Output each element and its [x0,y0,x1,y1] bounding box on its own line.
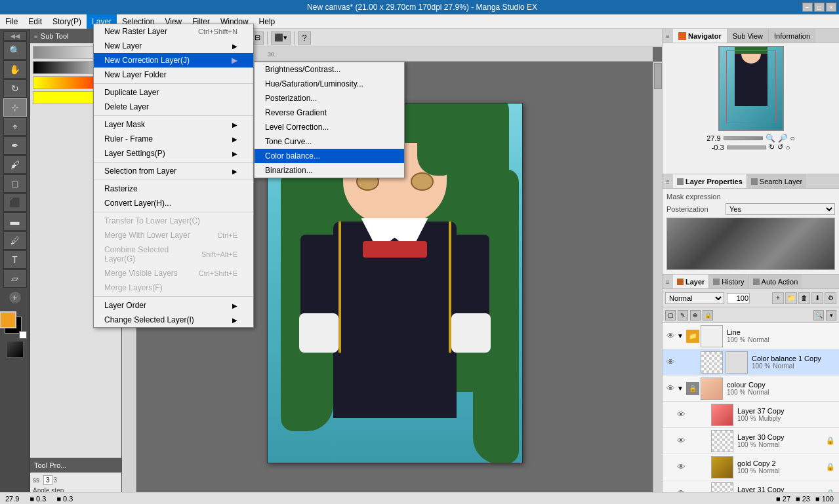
text-tool[interactable]: T [3,250,27,269]
toolbar-canvas-size[interactable]: ⬛▾ [271,31,291,45]
collapse-toolbar-button[interactable]: ◀◀ [3,31,27,41]
reset-rotate-icon[interactable]: ○ [786,144,790,151]
select-tool[interactable]: ⊹ [3,98,27,117]
tab-layer[interactable]: Layer [673,275,709,288]
layer-item-line[interactable]: 👁 ▼ 📁 Line 100 % Normal [663,323,839,349]
scrollbar-thumb-v[interactable] [654,63,662,89]
reset-zoom-icon[interactable]: ○ [790,134,795,143]
visibility-toggle-layer30[interactable]: 👁 [674,429,687,453]
layer-item-layer30[interactable]: 👁 Layer 30 Copy 100 % Normal 🔒 [663,428,839,454]
tab-search-layer[interactable]: Search Layer [747,174,806,188]
menu-layer-mask[interactable]: Layer Mask ▶ [94,117,253,132]
menu-new-correction-layer[interactable]: New Correction Layer(J) ▶ [94,53,253,68]
menu-new-layer-folder[interactable]: New Layer Folder [94,68,253,82]
rotate-cw-icon[interactable]: ↻ [769,143,775,151]
new-folder-button[interactable]: 📁 [785,292,797,304]
submenu-brightness[interactable]: Brightness/Contrast... [255,62,404,77]
shape-tool[interactable]: ▱ [3,269,27,288]
canvas-scrollbar-v[interactable] [653,62,662,504]
expand-line[interactable]: ▼ [677,332,686,339]
menu-help[interactable]: Help [254,14,281,29]
swap-colors-button[interactable] [19,331,27,339]
eyedropper-tool[interactable]: 🖊 [3,231,27,250]
tab-information[interactable]: Information [769,29,815,43]
rotate-slider[interactable] [727,145,766,149]
transparent-color[interactable] [7,341,24,358]
menu-layer-order[interactable]: Layer Order ▶ [94,298,253,313]
layer-menu-icon[interactable]: ▾ [826,310,836,320]
zoom-slider[interactable] [724,136,763,140]
tab-navigator[interactable]: Navigator [673,29,727,43]
visibility-toggle-gold[interactable]: 👁 [674,456,687,479]
posterization-select[interactable]: Yes No [726,203,835,215]
menu-edit[interactable]: Edit [23,14,47,29]
tab-auto-action[interactable]: Auto Action [749,275,802,288]
pen-tool[interactable]: ✒ [3,136,27,155]
visibility-toggle-line[interactable]: 👁 [664,324,677,348]
layer-search-icon[interactable]: 🔍 [813,310,824,320]
layer-settings-button[interactable]: ⚙ [825,292,836,304]
layer-item-colour[interactable]: 👁 ▼ 🔒 colour Copy 100 % Normal [663,376,839,402]
delete-layer-button[interactable]: 🗑 [798,292,810,304]
menu-ruler-frame[interactable]: Ruler - Frame ▶ [94,132,253,146]
menu-layer-settings[interactable]: Layer Settings(P) ▶ [94,146,253,161]
tab-subview[interactable]: Sub View [727,29,769,43]
expand-colour[interactable]: ▼ [677,385,686,392]
visibility-toggle-colour[interactable]: 👁 [664,377,677,400]
close-button[interactable]: × [826,3,836,12]
tab-layer-properties[interactable]: Layer Properties [673,174,747,188]
lock-all-icon[interactable]: 🔒 [703,310,713,320]
gradient-tool[interactable]: ▬ [3,212,27,231]
merge-layer-button[interactable]: ⬇ [811,292,823,304]
submenu-binarization[interactable]: Binarization... [255,163,404,178]
toolbar-help[interactable]: ? [298,31,311,45]
layer-item-colorbalance[interactable]: 👁 Color balance 1 Copy 100 % Normal [663,349,839,376]
visibility-toggle-colorbalance[interactable]: 👁 [664,351,677,374]
layer-info-layer30: Layer 30 Copy 100 % Normal [737,433,826,448]
add-layer-button[interactable]: + [9,291,22,304]
titlebar-controls[interactable]: − □ × [802,3,836,12]
zoom-in-icon[interactable]: 🔍 [766,134,775,143]
menu-duplicate-layer[interactable]: Duplicate Layer [94,85,253,100]
eraser-tool[interactable]: ◻ [3,174,27,193]
lock-position-icon[interactable]: ⊕ [690,310,701,320]
ss-value[interactable]: 3 [43,475,52,485]
layer-item-layer37[interactable]: 👁 Layer 37 Copy 100 % Multiply [663,402,839,428]
submenu-level[interactable]: Level Correction... [255,120,404,134]
tab-layer-label: Layer [686,278,705,286]
lock-transparent-icon[interactable]: ▢ [665,310,676,320]
menu-delete-layer[interactable]: Delete Layer [94,100,253,114]
zoom-tool[interactable]: 🔍 [3,41,27,60]
lasso-tool[interactable]: ⌖ [3,117,27,136]
rotate-ccw-icon[interactable]: ↺ [777,143,783,151]
menu-convert-layer[interactable]: Convert Layer(H)... [94,196,253,210]
menu-story[interactable]: Story(P) [47,14,87,29]
menu-new-raster-layer[interactable]: New Raster Layer Ctrl+Shift+N [94,24,253,39]
blend-mode-select[interactable]: Normal Multiply Screen Overlay [665,292,724,304]
menu-file[interactable]: File [0,14,23,29]
menu-selection-from-layer[interactable]: Selection from Layer ▶ [94,164,253,178]
layer-item-gold[interactable]: 👁 gold Copy 2 100 % Normal 🔒 [663,454,839,480]
brush-tool[interactable]: 🖌 [3,155,27,174]
menu-new-layer[interactable]: New Layer ▶ [94,39,253,53]
rotate-tool[interactable]: ↻ [3,79,27,98]
hand-tool[interactable]: ✋ [3,60,27,79]
menu-rasterize[interactable]: Rasterize [94,182,253,196]
submenu-color-balance[interactable]: Color balance... [255,149,404,163]
menu-change-selected[interactable]: Change Selected Layer(I) ▶ [94,313,253,327]
new-layer-button[interactable]: + [772,292,784,304]
submenu-reverse[interactable]: Reverse Gradient [255,106,404,120]
opacity-input[interactable] [727,293,750,303]
visibility-toggle-layer37[interactable]: 👁 [674,403,687,427]
foreground-color-swatch[interactable] [0,311,16,328]
status-zoom: 27.9 [5,495,19,503]
tab-history[interactable]: History [709,275,748,288]
maximize-button[interactable]: □ [814,3,825,12]
submenu-posterization[interactable]: Posterization... [255,91,404,106]
submenu-hue[interactable]: Hue/Saturation/Luminosity... [255,77,404,91]
fill-tool[interactable]: ⬛ [3,193,27,212]
lock-pixels-icon[interactable]: ✎ [678,310,688,320]
minimize-button[interactable]: − [802,3,813,12]
zoom-out-icon[interactable]: 🔎 [778,134,788,143]
submenu-tone[interactable]: Tone Curve... [255,134,404,149]
